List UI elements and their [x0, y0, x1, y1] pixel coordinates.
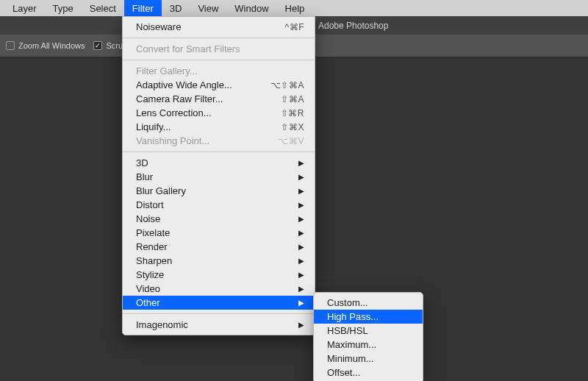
submenu-high-pass[interactable]: High Pass...: [314, 310, 423, 324]
menuitem-label: Custom...: [327, 297, 412, 308]
menuitem-pixelate[interactable]: Pixelate▶: [123, 226, 315, 240]
menuitem-3d[interactable]: 3D▶: [123, 156, 315, 170]
submenu-maximum[interactable]: Maximum...: [314, 338, 423, 352]
menu-window[interactable]: Window: [226, 0, 276, 16]
menuitem-shortcut: ⇧⌘A: [281, 94, 304, 104]
menuitem-label: Distort: [136, 199, 298, 210]
submenu-arrow-icon: ▶: [298, 257, 304, 265]
separator: [123, 313, 315, 314]
menuitem-label: Minimum...: [327, 353, 412, 364]
menuitem-vanishing-point: Vanishing Point... ⌥⌘V: [123, 134, 315, 148]
submenu-minimum[interactable]: Minimum...: [314, 352, 423, 366]
separator: [123, 38, 315, 38]
separator: [123, 152, 315, 152]
menuitem-label: Other: [136, 297, 298, 308]
submenu-arrow-icon: ▶: [298, 201, 304, 209]
menuitem-liquify[interactable]: Liquify... ⇧⌘X: [123, 120, 315, 134]
menuitem-render[interactable]: Render▶: [123, 240, 315, 254]
menuitem-other[interactable]: Other▶: [123, 296, 315, 310]
menuitem-shortcut: ⌥⇧⌘A: [270, 80, 304, 90]
app-title: Adobe Photoshop: [318, 21, 388, 31]
filter-dropdown: Noiseware ^⌘F Convert for Smart Filters …: [122, 16, 315, 335]
menuitem-blur[interactable]: Blur▶: [123, 170, 315, 184]
menuitem-imagenomic[interactable]: Imagenomic▶: [123, 318, 315, 332]
menuitem-lens-correction[interactable]: Lens Correction... ⇧⌘R: [123, 106, 315, 120]
menuitem-convert-smart: Convert for Smart Filters: [123, 42, 315, 56]
menuitem-label: Sharpen: [136, 255, 298, 266]
menuitem-label: Vanishing Point...: [136, 135, 278, 146]
menuitem-label: 3D: [136, 157, 298, 168]
submenu-arrow-icon: ▶: [298, 173, 304, 181]
submenu-arrow-icon: ▶: [298, 229, 304, 237]
menuitem-camera-raw[interactable]: Camera Raw Filter... ⇧⌘A: [123, 92, 315, 106]
menuitem-stylize[interactable]: Stylize▶: [123, 268, 315, 282]
menuitem-shortcut: ⇧⌘X: [281, 122, 304, 132]
menuitem-filter-gallery: Filter Gallery...: [123, 64, 315, 78]
menubar: Layer Type Select Filter 3D View Window …: [0, 0, 588, 16]
menuitem-shortcut: ^⌘F: [285, 22, 304, 32]
menu-type[interactable]: Type: [45, 0, 82, 16]
menuitem-last-filter[interactable]: Noiseware ^⌘F: [123, 20, 315, 34]
menuitem-label: Lens Correction...: [136, 107, 281, 118]
menu-help[interactable]: Help: [277, 0, 313, 16]
submenu-arrow-icon: ▶: [298, 187, 304, 195]
separator: [123, 60, 315, 60]
zoom-all-option[interactable]: Zoom All Windows: [6, 41, 85, 50]
menuitem-label: Maximum...: [327, 339, 412, 350]
submenu-hsb-hsl[interactable]: HSB/HSL: [314, 324, 423, 338]
submenu-arrow-icon: ▶: [298, 321, 304, 329]
menuitem-label: Adaptive Wide Angle...: [136, 79, 270, 90]
menuitem-shortcut: ⌥⌘V: [278, 136, 304, 146]
menuitem-label: High Pass...: [327, 311, 412, 322]
menuitem-label: Blur Gallery: [136, 185, 298, 196]
menuitem-noise[interactable]: Noise▶: [123, 212, 315, 226]
submenu-arrow-icon: ▶: [298, 159, 304, 167]
menuitem-label: HSB/HSL: [327, 325, 412, 336]
checkbox-checked-icon[interactable]: [93, 41, 102, 50]
submenu-offset[interactable]: Offset...: [314, 366, 423, 380]
menuitem-shortcut: ⇧⌘R: [281, 108, 304, 118]
menu-filter[interactable]: Filter: [124, 0, 162, 16]
other-submenu: Custom... High Pass... HSB/HSL Maximum..…: [313, 292, 423, 381]
menuitem-label: Blur: [136, 171, 298, 182]
menuitem-label: Imagenomic: [136, 319, 298, 330]
menuitem-label: Video: [136, 283, 298, 294]
menu-layer[interactable]: Layer: [4, 0, 45, 16]
menuitem-label: Offset...: [327, 367, 412, 378]
menuitem-sharpen[interactable]: Sharpen▶: [123, 254, 315, 268]
menuitem-adaptive-wide-angle[interactable]: Adaptive Wide Angle... ⌥⇧⌘A: [123, 78, 315, 92]
menuitem-video[interactable]: Video▶: [123, 282, 315, 296]
submenu-custom[interactable]: Custom...: [314, 296, 423, 310]
submenu-arrow-icon: ▶: [298, 215, 304, 223]
menuitem-label: Pixelate: [136, 227, 298, 238]
menu-3d[interactable]: 3D: [162, 0, 190, 16]
menuitem-label: Noiseware: [136, 21, 285, 32]
submenu-arrow-icon: ▶: [298, 285, 304, 293]
menuitem-label: Camera Raw Filter...: [136, 93, 281, 104]
zoom-all-label: Zoom All Windows: [18, 41, 85, 50]
menu-view[interactable]: View: [190, 0, 226, 16]
menuitem-label: Filter Gallery...: [136, 65, 304, 76]
submenu-arrow-icon: ▶: [298, 271, 304, 279]
submenu-arrow-icon: ▶: [298, 243, 304, 251]
checkbox-icon[interactable]: [6, 41, 15, 50]
menuitem-label: Convert for Smart Filters: [136, 43, 304, 54]
menuitem-label: Render: [136, 241, 298, 252]
menuitem-blur-gallery[interactable]: Blur Gallery▶: [123, 184, 315, 198]
menuitem-label: Noise: [136, 213, 298, 224]
menuitem-distort[interactable]: Distort▶: [123, 198, 315, 212]
menuitem-label: Liquify...: [136, 121, 281, 132]
menuitem-label: Stylize: [136, 269, 298, 280]
submenu-arrow-icon: ▶: [298, 299, 304, 307]
menu-select[interactable]: Select: [82, 0, 124, 16]
